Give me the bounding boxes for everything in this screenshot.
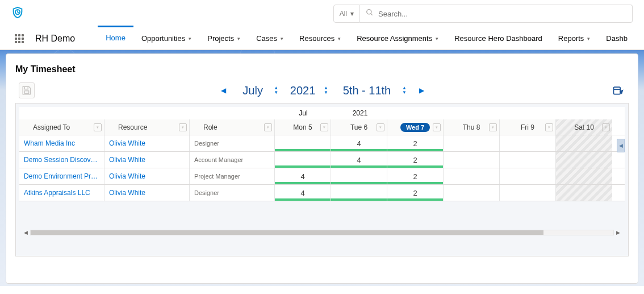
resource-link[interactable]: Olivia White bbox=[109, 172, 145, 180]
cell-day[interactable] bbox=[275, 152, 331, 168]
nav-item-home[interactable]: Home bbox=[98, 26, 133, 48]
header-day-label: Mon 5 bbox=[293, 123, 312, 131]
nav-item-projects[interactable]: Projects▾ bbox=[199, 27, 248, 50]
header-day-label: Thu 8 bbox=[463, 123, 480, 131]
cell-day[interactable] bbox=[500, 168, 556, 184]
allocation-bar bbox=[275, 165, 331, 168]
header-day-label: Fri 9 bbox=[521, 123, 534, 131]
cell-day[interactable] bbox=[556, 185, 612, 201]
cell-day[interactable]: 4 bbox=[331, 152, 387, 168]
filter-icon[interactable]: ▾ bbox=[489, 123, 497, 131]
next-arrow-icon[interactable]: ▶ bbox=[417, 84, 426, 97]
nav-item-dashb[interactable]: Dashb bbox=[598, 27, 635, 50]
filter-icon[interactable]: ▾ bbox=[602, 123, 610, 131]
filter-icon[interactable]: ▾ bbox=[433, 123, 441, 131]
allocation-bar bbox=[275, 182, 331, 184]
search-icon bbox=[366, 9, 374, 19]
filter-icon[interactable]: ▾ bbox=[179, 123, 187, 131]
allocation-bar bbox=[331, 149, 387, 151]
header-day-2: Wed 7▾ bbox=[387, 119, 444, 135]
cell-day[interactable]: 4 bbox=[275, 185, 331, 201]
week-stepper[interactable]: ▲▼ bbox=[402, 86, 407, 95]
allocation-bar bbox=[331, 165, 387, 168]
save-button[interactable] bbox=[19, 82, 35, 98]
cell-assigned: Demo Session Discovery bbox=[19, 152, 104, 168]
cell-day[interactable]: 2 bbox=[387, 152, 444, 168]
range-month[interactable]: July bbox=[239, 84, 267, 97]
allocation-bar bbox=[275, 149, 331, 151]
hscroll-left-icon[interactable]: ◀ bbox=[22, 230, 30, 235]
month-stepper[interactable]: ▲▼ bbox=[274, 86, 278, 95]
cell-day[interactable] bbox=[275, 135, 331, 151]
hscroll-thumb[interactable] bbox=[31, 230, 543, 235]
filter-icon[interactable]: ▾ bbox=[545, 123, 553, 131]
search-box[interactable] bbox=[360, 5, 633, 23]
nav-item-label: Opportunities bbox=[141, 34, 185, 43]
super-header-month: Jul bbox=[275, 107, 332, 119]
cell-value: 2 bbox=[413, 172, 417, 181]
assigned-link[interactable]: Demo Session Discovery bbox=[24, 156, 99, 164]
caret-down-icon: ▾ bbox=[436, 36, 438, 42]
nav-item-label: Home bbox=[106, 34, 126, 42]
cell-day[interactable] bbox=[556, 152, 612, 168]
nav-item-resource-hero-dashboard[interactable]: Resource Hero Dashboard bbox=[446, 27, 550, 50]
header-day-label: Tue 6 bbox=[350, 123, 367, 131]
filter-icon[interactable]: ▾ bbox=[377, 123, 384, 131]
search-scope-dropdown[interactable]: All ▾ bbox=[333, 5, 360, 23]
range-week[interactable]: 5th - 11th bbox=[338, 84, 395, 97]
table-row: Demo Session DiscoveryOlivia WhiteAccoun… bbox=[19, 152, 625, 168]
cell-day[interactable] bbox=[444, 135, 500, 151]
range-year[interactable]: 2021 bbox=[288, 84, 317, 97]
cell-day[interactable] bbox=[500, 135, 556, 151]
nav-item-reports[interactable]: Reports▾ bbox=[550, 27, 599, 50]
prev-arrow-icon[interactable]: ◀ bbox=[219, 84, 228, 97]
resource-link[interactable]: Olivia White bbox=[109, 139, 145, 147]
nav-item-resources[interactable]: Resources▾ bbox=[291, 27, 349, 50]
cell-day[interactable] bbox=[331, 168, 387, 184]
allocation-bar bbox=[331, 182, 387, 184]
header-resource-label: Resource bbox=[118, 123, 147, 131]
app-logo-icon bbox=[11, 6, 24, 21]
caret-down-icon: ▼ bbox=[274, 90, 278, 95]
filter-icon[interactable]: ▾ bbox=[94, 123, 102, 131]
cell-day[interactable] bbox=[500, 152, 556, 168]
cell-day[interactable] bbox=[444, 168, 500, 184]
cell-day[interactable] bbox=[500, 185, 556, 201]
cell-day[interactable]: 4 bbox=[275, 168, 331, 184]
year-stepper[interactable]: ▲▼ bbox=[324, 86, 328, 95]
caret-down-icon: ▾ bbox=[350, 10, 354, 18]
assigned-link[interactable]: Demo Environment Prep... bbox=[24, 172, 99, 180]
nav-item-resource-assignments[interactable]: Resource Assignments▾ bbox=[349, 27, 446, 50]
filter-icon[interactable]: ▾ bbox=[320, 123, 328, 131]
allocation-bar bbox=[387, 182, 443, 184]
scroll-tab-right[interactable]: ◀ bbox=[617, 139, 625, 152]
today-pill: Wed 7 bbox=[400, 123, 430, 132]
nav-item-opportunities[interactable]: Opportunities▾ bbox=[133, 27, 199, 50]
hscroll-track[interactable] bbox=[30, 230, 614, 235]
app-launcher-icon[interactable] bbox=[15, 34, 24, 43]
assigned-link[interactable]: Atkins Appraisals LLC bbox=[24, 189, 90, 197]
cell-day[interactable] bbox=[444, 152, 500, 168]
cell-day[interactable] bbox=[444, 185, 500, 201]
cell-day[interactable]: 2 bbox=[387, 168, 444, 184]
cell-day[interactable] bbox=[556, 135, 612, 151]
svg-line-2 bbox=[371, 14, 373, 15]
cell-day[interactable]: 4 bbox=[331, 135, 387, 151]
hscroll-right-icon[interactable]: ▶ bbox=[614, 230, 622, 235]
caret-down-icon: ▾ bbox=[338, 36, 341, 42]
cell-day[interactable]: 2 bbox=[387, 185, 444, 201]
calendar-tool-icon[interactable] bbox=[610, 83, 625, 98]
cell-day[interactable] bbox=[331, 185, 387, 201]
header-day-5: Sat 10▾ bbox=[556, 119, 612, 135]
cell-assigned: Atkins Appraisals LLC bbox=[19, 185, 104, 201]
search-input[interactable] bbox=[378, 10, 626, 18]
caret-down-icon: ▾ bbox=[237, 36, 240, 42]
cell-day[interactable] bbox=[556, 168, 612, 184]
resource-link[interactable]: Olivia White bbox=[109, 156, 145, 164]
assigned-link[interactable]: Wham Media Inc bbox=[24, 139, 75, 147]
nav-item-cases[interactable]: Cases▾ bbox=[248, 27, 291, 50]
filter-icon[interactable]: ▾ bbox=[264, 123, 272, 131]
cell-day[interactable]: 2 bbox=[387, 135, 444, 151]
resource-link[interactable]: Olivia White bbox=[109, 189, 145, 197]
nav-item-label: Cases bbox=[256, 34, 277, 43]
